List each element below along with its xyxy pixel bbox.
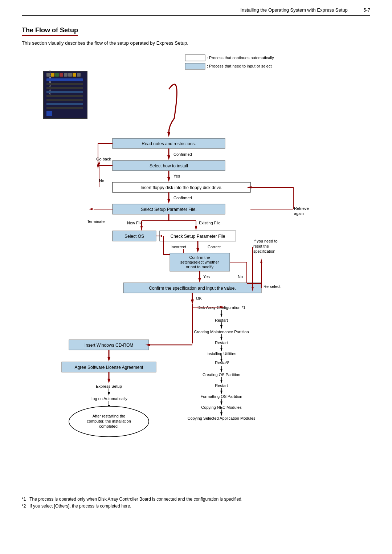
svg-rect-11 (68, 73, 72, 77)
svg-text:specification: specification (253, 249, 275, 253)
svg-text:Yes: Yes (173, 174, 180, 178)
svg-rect-6 (46, 73, 50, 77)
svg-marker-152 (108, 392, 110, 396)
svg-rect-0 (185, 55, 205, 61)
svg-rect-2 (185, 63, 205, 69)
svg-marker-122 (220, 369, 222, 372)
fn1-text: The process is operated only when Disk A… (29, 497, 242, 502)
svg-marker-28 (167, 155, 170, 160)
svg-marker-102 (191, 300, 194, 304)
svg-rect-14 (46, 78, 83, 81)
svg-rect-18 (46, 95, 83, 97)
svg-text:Read notes and restrictions.: Read notes and restrictions. (142, 141, 196, 146)
svg-text:Express Setup: Express Setup (96, 384, 122, 388)
svg-text:New File: New File (127, 221, 143, 225)
svg-text:Confirmed: Confirmed (173, 196, 192, 200)
svg-text:Check Setup Parameter File: Check Setup Parameter File (171, 234, 225, 239)
footnotes: *1 The process is operated only when Dis… (22, 496, 370, 510)
page-header: Installing the Operating System with Exp… (22, 7, 370, 16)
svg-marker-145 (107, 357, 110, 362)
svg-text:Retrieve: Retrieve (294, 206, 309, 211)
svg-text:again: again (294, 211, 304, 216)
svg-marker-149 (107, 379, 110, 383)
page-number: 5-7 (363, 7, 370, 13)
svg-rect-13 (77, 73, 81, 77)
fn1-marker: *1 (22, 497, 26, 502)
section-description: This section visually describes the flow… (22, 40, 370, 46)
footnote-2: *2 If you select [Others], the process i… (22, 503, 370, 510)
svg-text:Creating Maintenance Partition: Creating Maintenance Partition (194, 330, 249, 334)
svg-text:reset the: reset the (253, 244, 269, 248)
svg-text:Insert floppy disk into the fl: Insert floppy disk into the floppy disk … (140, 185, 222, 190)
svg-rect-22 (46, 111, 52, 116)
svg-marker-38 (167, 177, 170, 182)
svg-rect-16 (46, 87, 83, 89)
section-title: The Flow of Setup (22, 27, 78, 36)
svg-text:Creating OS Partition: Creating OS Partition (203, 372, 240, 377)
svg-text:: Process that need to input o: : Process that need to input or select (207, 64, 272, 68)
svg-text:Confirmed: Confirmed (173, 152, 192, 156)
svg-text:Go back: Go back (96, 157, 111, 161)
svg-marker-55 (140, 226, 143, 231)
svg-text:Select OS: Select OS (124, 234, 144, 239)
svg-rect-8 (55, 73, 59, 77)
svg-text:*2: *2 (226, 361, 229, 365)
svg-text:setting/select whether: setting/select whether (180, 260, 219, 264)
svg-text:Correct: Correct (208, 245, 221, 249)
svg-text:No: No (99, 179, 104, 183)
svg-rect-20 (46, 103, 83, 105)
svg-text:: Process that continues autom: : Process that continues automatically (207, 56, 274, 60)
svg-text:completed.: completed. (99, 424, 119, 428)
svg-marker-112 (220, 337, 222, 341)
svg-marker-106 (220, 314, 222, 317)
svg-text:Agree Software License Agreeme: Agree Software License Agreement (75, 365, 143, 370)
svg-marker-45 (167, 199, 170, 204)
svg-text:OK: OK (196, 296, 202, 301)
svg-marker-72 (196, 248, 199, 253)
header-title: Installing the Operating System with Exp… (240, 7, 348, 13)
svg-text:Formatting OS Partition: Formatting OS Partition (201, 394, 242, 399)
footnote-1: *1 The process is operated only when Dis… (22, 496, 370, 503)
svg-text:Restart: Restart (215, 318, 228, 322)
svg-text:Copying Selected Application M: Copying Selected Application Modules (187, 416, 256, 420)
svg-rect-15 (46, 83, 83, 85)
svg-marker-125 (220, 380, 222, 383)
svg-text:Log on Automatically: Log on Automatically (90, 396, 127, 401)
svg-marker-115 (220, 348, 222, 351)
svg-text:Existing File: Existing File (199, 221, 220, 225)
svg-text:If you need to: If you need to (253, 239, 278, 243)
svg-text:Restart: Restart (215, 383, 228, 388)
svg-text:Installing Utilities: Installing Utilities (207, 351, 236, 356)
svg-text:Confirm the specification and : Confirm the specification and input the … (149, 286, 236, 291)
svg-rect-12 (73, 73, 76, 77)
svg-marker-134 (220, 412, 222, 416)
svg-text:Insert Windows CD-ROM: Insert Windows CD-ROM (85, 343, 134, 348)
svg-text:Incorrect: Incorrect (171, 245, 186, 249)
svg-text:or not to modify: or not to modify (186, 265, 213, 269)
svg-marker-57 (195, 226, 197, 231)
svg-text:computer, the installation: computer, the installation (87, 419, 131, 423)
svg-text:Yes: Yes (203, 274, 210, 279)
svg-marker-128 (220, 391, 222, 394)
svg-marker-98 (260, 258, 262, 263)
svg-text:Copying NEC Modules: Copying NEC Modules (201, 405, 242, 410)
svg-text:Select Setup Parameter File.: Select Setup Parameter File. (141, 207, 196, 212)
svg-rect-9 (60, 73, 63, 77)
fn2-marker: *2 (22, 504, 26, 509)
svg-rect-17 (46, 91, 83, 93)
svg-text:Re-select: Re-select (264, 284, 280, 289)
fn2-text: If you select [Others], the process is c… (29, 504, 131, 509)
svg-marker-23 (167, 132, 170, 137)
svg-text:Confirm the: Confirm the (189, 255, 210, 260)
svg-rect-7 (51, 73, 54, 77)
flowchart-svg: : Process that continues automatically :… (40, 53, 352, 489)
svg-text:Restart: Restart (215, 341, 228, 345)
svg-marker-51 (89, 208, 93, 210)
svg-text:Select how to install: Select how to install (150, 163, 188, 168)
svg-marker-131 (220, 402, 222, 405)
svg-rect-19 (46, 99, 83, 101)
svg-text:Terminate: Terminate (87, 219, 105, 224)
svg-marker-109 (220, 325, 222, 329)
svg-rect-21 (46, 107, 83, 109)
svg-text:No: No (238, 274, 243, 279)
